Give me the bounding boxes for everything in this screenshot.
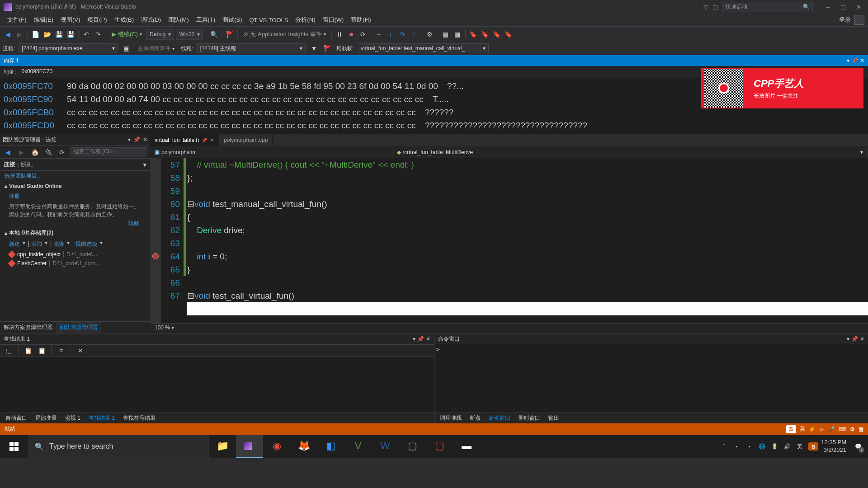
menu-edit[interactable]: 编辑(E) — [30, 14, 57, 26]
taskbar-search[interactable]: 🔍Type here to search — [28, 435, 209, 458]
pause-icon[interactable]: ⏸ — [335, 29, 344, 39]
choose-project-link[interactable]: 选择团队项目... — [0, 171, 150, 181]
show-next-icon[interactable]: → — [374, 29, 384, 39]
lifecycle-icon[interactable]: ▣ — [122, 43, 132, 53]
login-link[interactable]: 登录 — [839, 16, 851, 24]
feedback-icon[interactable]: ▢ — [712, 4, 718, 10]
forward-icon[interactable]: ▶ — [16, 147, 26, 157]
notifications-icon[interactable]: ▽ — [703, 4, 708, 10]
tab-output[interactable]: 输出 — [546, 413, 562, 423]
step-into-icon[interactable]: ↓ — [386, 29, 396, 39]
battery-icon[interactable]: 🔋 — [770, 443, 778, 450]
code-text[interactable]: // virtual ~MultiDerive() { cout << "~Mu… — [187, 158, 868, 323]
restart-icon[interactable]: ⟳ — [358, 29, 368, 39]
undo-icon[interactable]: ↶ — [81, 29, 91, 39]
list-icon[interactable]: ⬚ — [4, 346, 14, 356]
copy-icon[interactable]: 📋 — [23, 346, 33, 356]
tab-immediate[interactable]: 即时窗口 — [516, 413, 543, 423]
volume-icon[interactable]: 🔊 — [783, 443, 791, 450]
flag-icon[interactable]: 🚩 — [225, 29, 235, 39]
redo-icon[interactable]: ↷ — [93, 29, 103, 39]
open-icon[interactable]: 📂 — [42, 29, 52, 39]
terminal-icon[interactable]: ▬ — [453, 435, 480, 458]
app-icon[interactable]: ◉ — [263, 435, 290, 458]
home-icon[interactable]: 🏠 — [30, 147, 40, 157]
close-icon[interactable]: ✕ — [860, 57, 864, 64]
tray-app2-icon[interactable]: ▪ — [745, 443, 753, 450]
save-icon[interactable]: 💾 — [54, 29, 64, 39]
team-explorer-header[interactable]: 团队资源管理器 - 连接 ▾📌✕ — [0, 134, 150, 145]
project-combo[interactable]: ▣ polymorphsim — [150, 149, 392, 155]
bookmark-next-icon[interactable]: 🔖 — [480, 29, 490, 39]
nav-fwd-icon[interactable]: ▶ — [14, 29, 24, 39]
close-icon[interactable]: ✕ — [143, 136, 147, 143]
connect-section-header[interactable]: 连接 | 脱机 ▾ — [0, 158, 150, 171]
tab-command-window[interactable]: 命令窗口 — [486, 413, 513, 423]
mic-icon[interactable]: 🎤 — [828, 426, 835, 432]
code-editor[interactable]: 5758596061626364656667 // virtual ~Multi… — [150, 158, 868, 323]
tools-icon[interactable]: ⚙ — [425, 29, 435, 39]
repo-item[interactable]: cpp_inside_objectD:\1_code\... — [0, 250, 150, 259]
command-window-body[interactable]: > — [434, 344, 868, 413]
thread-combo[interactable]: [14148] 主线程▾ — [197, 43, 306, 53]
emoji-icon[interactable]: ☺ — [819, 426, 825, 432]
ime-icon[interactable]: ⚡ — [809, 426, 816, 432]
menu-help[interactable]: 帮助(H) — [347, 14, 374, 26]
lifecycle-button[interactable]: 生命周期事件 ▾ — [135, 43, 177, 54]
explorer-icon[interactable]: 📁 — [209, 435, 236, 458]
find-results-body[interactable] — [0, 357, 434, 413]
app2-icon[interactable]: ▢ — [399, 435, 426, 458]
vim-icon[interactable]: V — [344, 435, 372, 458]
menu-window[interactable]: 窗口(W) — [319, 14, 348, 26]
memory-panel-header[interactable]: 内存 1 ▾📌✕ — [0, 55, 868, 66]
addr-input[interactable]: 0x0095FC70 — [19, 67, 290, 76]
tray-app1-icon[interactable]: ▪ — [732, 443, 741, 450]
breakpoint-icon[interactable] — [152, 253, 159, 259]
pin-icon[interactable]: 📌 — [851, 336, 858, 342]
menu-view[interactable]: 视图(V) — [57, 14, 84, 26]
clear-icon[interactable]: ✕ — [75, 346, 85, 356]
hide-link[interactable]: 隐藏 — [124, 219, 144, 228]
vscode-icon[interactable]: ◧ — [317, 435, 344, 458]
bookmark-icon[interactable]: 🔖 — [468, 29, 478, 39]
sogou-tray-icon[interactable]: S — [808, 442, 816, 450]
notifications-icon[interactable]: 💬1 — [851, 437, 865, 455]
step-out-icon[interactable]: ↑ — [409, 29, 419, 39]
menu-project[interactable]: 项目(P) — [84, 14, 110, 26]
clock[interactable]: 12:35 PM3/2/2021 — [821, 439, 846, 454]
tools-icon[interactable]: ⚙ — [850, 426, 855, 432]
menu-qt[interactable]: QT VS TOOLS — [245, 15, 292, 25]
process-combo[interactable]: [2424] polymorphsim.exe▾ — [19, 43, 118, 53]
new-repo-link[interactable]: 新建 — [9, 240, 20, 248]
nav-back-icon[interactable]: ◀ — [3, 29, 13, 39]
word-icon[interactable]: W — [372, 435, 399, 458]
network-icon[interactable]: 🌐 — [758, 443, 766, 450]
save-all-icon[interactable]: 💾 — [66, 29, 75, 39]
menu-team[interactable]: 团队(M) — [165, 14, 193, 26]
stop-icon[interactable]: ■ — [346, 29, 356, 39]
tab-breakpoints[interactable]: 断点 — [467, 413, 483, 423]
vs-icon[interactable] — [236, 435, 263, 458]
tab-locals[interactable]: 局部变量 — [33, 413, 60, 423]
app-insights-button[interactable]: ⊘ 无 Application Insights 事件 ▾ — [241, 29, 328, 40]
close-icon[interactable]: ✕ — [210, 137, 214, 143]
file-tab[interactable]: virtual_fun_table.h 📌✕ — [150, 134, 219, 146]
tab-solution-explorer[interactable]: 解决方案资源管理器 — [0, 322, 56, 333]
close-icon[interactable]: ✕ — [860, 336, 864, 342]
tab-autos[interactable]: 自动窗口 — [3, 413, 30, 423]
git-repos-header[interactable]: ▴ 本地 Git 存储库(2) — [0, 227, 150, 239]
maximize-button[interactable]: ▢ — [837, 2, 849, 11]
pin-icon[interactable]: 📌 — [202, 138, 207, 143]
avatar-icon[interactable] — [854, 15, 864, 25]
app3-icon[interactable]: ▢ — [426, 435, 453, 458]
find-icon[interactable]: 🔍 — [209, 29, 219, 39]
paste-icon[interactable]: 📋 — [37, 346, 47, 356]
flag-thread-icon[interactable]: 🚩 — [323, 43, 333, 53]
menu-build[interactable]: 生成(B) — [111, 14, 137, 26]
bookmark-clear-icon[interactable]: 🔖 — [504, 29, 514, 39]
continue-button[interactable]: ▶ 继续(C) ▾ — [109, 29, 145, 40]
hex-icon[interactable]: ▦ — [441, 29, 451, 39]
search-workitems-input[interactable]: 搜索工作项 (Ctrl+ — [71, 147, 147, 157]
clone-repo-link[interactable]: 克隆 — [53, 240, 64, 248]
dropdown-icon[interactable]: ▾ — [413, 336, 415, 342]
